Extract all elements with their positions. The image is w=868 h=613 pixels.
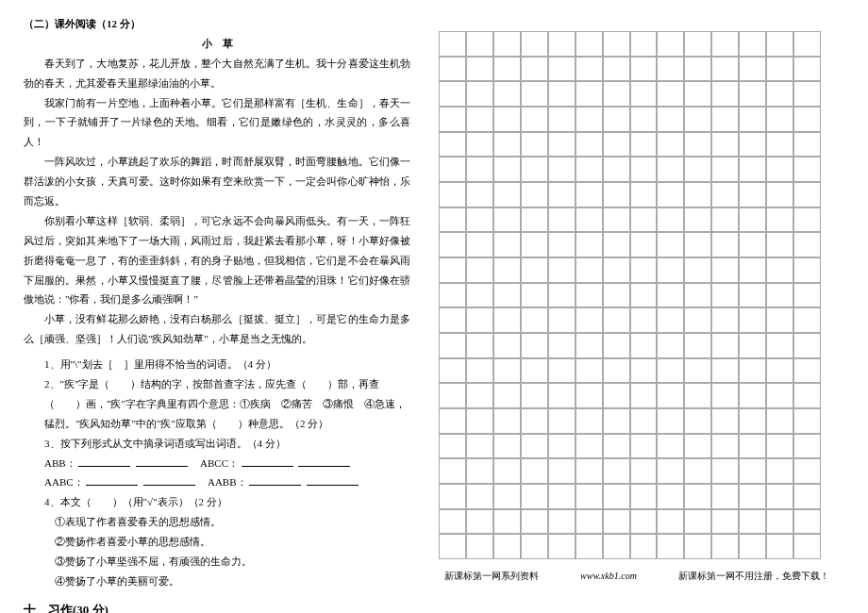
grid-cell[interactable] <box>739 307 766 333</box>
grid-cell[interactable] <box>439 182 466 207</box>
grid-cell[interactable] <box>439 31 466 57</box>
grid-cell[interactable] <box>576 534 603 559</box>
grid-cell[interactable] <box>576 257 603 283</box>
grid-cell[interactable] <box>766 358 793 384</box>
grid-cell[interactable] <box>521 207 548 233</box>
grid-cell[interactable] <box>439 458 466 484</box>
grid-cell[interactable] <box>521 81 548 107</box>
grid-cell[interactable] <box>739 333 766 358</box>
blank-field[interactable] <box>249 474 301 486</box>
grid-cell[interactable] <box>793 307 821 333</box>
grid-cell[interactable] <box>657 458 684 484</box>
grid-cell[interactable] <box>630 132 658 157</box>
writing-grid[interactable] <box>439 31 821 559</box>
grid-cell[interactable] <box>711 283 739 308</box>
grid-cell[interactable] <box>603 458 630 484</box>
grid-cell[interactable] <box>521 257 548 283</box>
grid-cell[interactable] <box>711 31 739 57</box>
grid-cell[interactable] <box>548 283 576 308</box>
grid-cell[interactable] <box>493 484 521 509</box>
grid-cell[interactable] <box>521 408 548 434</box>
grid-cell[interactable] <box>739 283 766 308</box>
grid-cell[interactable] <box>766 408 793 434</box>
grid-cell[interactable] <box>548 81 576 107</box>
grid-cell[interactable] <box>766 307 793 333</box>
grid-cell[interactable] <box>603 383 630 408</box>
grid-cell[interactable] <box>766 333 793 358</box>
grid-cell[interactable] <box>548 509 576 535</box>
grid-cell[interactable] <box>766 132 793 157</box>
grid-cell[interactable] <box>711 484 739 509</box>
grid-cell[interactable] <box>684 534 711 559</box>
grid-cell[interactable] <box>576 408 603 434</box>
grid-cell[interactable] <box>548 107 576 132</box>
grid-cell[interactable] <box>739 132 766 157</box>
grid-cell[interactable] <box>739 509 766 535</box>
grid-cell[interactable] <box>793 57 821 82</box>
grid-cell[interactable] <box>576 383 603 408</box>
grid-cell[interactable] <box>493 333 521 358</box>
grid-cell[interactable] <box>793 207 821 233</box>
grid-cell[interactable] <box>521 434 548 459</box>
grid-cell[interactable] <box>711 107 739 132</box>
grid-cell[interactable] <box>630 182 658 207</box>
grid-cell[interactable] <box>657 107 684 132</box>
grid-cell[interactable] <box>439 484 466 509</box>
grid-cell[interactable] <box>657 484 684 509</box>
grid-cell[interactable] <box>657 207 684 233</box>
grid-cell[interactable] <box>603 534 630 559</box>
grid-cell[interactable] <box>766 81 793 107</box>
grid-cell[interactable] <box>766 107 793 132</box>
grid-cell[interactable] <box>766 31 793 57</box>
blank-field[interactable] <box>307 474 359 486</box>
grid-cell[interactable] <box>603 157 630 182</box>
grid-cell[interactable] <box>793 31 821 57</box>
grid-cell[interactable] <box>493 458 521 484</box>
grid-cell[interactable] <box>466 434 493 459</box>
grid-cell[interactable] <box>439 232 466 257</box>
grid-cell[interactable] <box>657 408 684 434</box>
grid-cell[interactable] <box>576 434 603 459</box>
grid-cell[interactable] <box>548 434 576 459</box>
grid-cell[interactable] <box>711 57 739 82</box>
grid-cell[interactable] <box>684 132 711 157</box>
grid-cell[interactable] <box>711 232 739 257</box>
grid-cell[interactable] <box>439 283 466 308</box>
grid-cell[interactable] <box>766 157 793 182</box>
grid-cell[interactable] <box>657 434 684 459</box>
grid-cell[interactable] <box>793 408 821 434</box>
grid-cell[interactable] <box>576 484 603 509</box>
grid-cell[interactable] <box>739 57 766 82</box>
grid-cell[interactable] <box>493 57 521 82</box>
grid-cell[interactable] <box>576 307 603 333</box>
grid-cell[interactable] <box>576 107 603 132</box>
grid-cell[interactable] <box>793 232 821 257</box>
grid-cell[interactable] <box>684 509 711 535</box>
grid-cell[interactable] <box>548 307 576 333</box>
grid-cell[interactable] <box>603 31 630 57</box>
grid-cell[interactable] <box>711 157 739 182</box>
grid-cell[interactable] <box>576 132 603 157</box>
grid-cell[interactable] <box>603 207 630 233</box>
grid-cell[interactable] <box>576 333 603 358</box>
grid-cell[interactable] <box>493 182 521 207</box>
grid-cell[interactable] <box>548 333 576 358</box>
grid-cell[interactable] <box>548 534 576 559</box>
grid-cell[interactable] <box>630 458 658 484</box>
grid-cell[interactable] <box>684 333 711 358</box>
grid-cell[interactable] <box>657 333 684 358</box>
grid-cell[interactable] <box>466 307 493 333</box>
grid-cell[interactable] <box>466 107 493 132</box>
grid-cell[interactable] <box>493 107 521 132</box>
grid-cell[interactable] <box>711 358 739 384</box>
grid-cell[interactable] <box>739 107 766 132</box>
grid-cell[interactable] <box>657 182 684 207</box>
grid-cell[interactable] <box>711 458 739 484</box>
grid-cell[interactable] <box>603 408 630 434</box>
grid-cell[interactable] <box>657 31 684 57</box>
grid-cell[interactable] <box>711 81 739 107</box>
grid-cell[interactable] <box>466 257 493 283</box>
blank-field[interactable] <box>242 456 293 467</box>
grid-cell[interactable] <box>439 408 466 434</box>
grid-cell[interactable] <box>439 257 466 283</box>
